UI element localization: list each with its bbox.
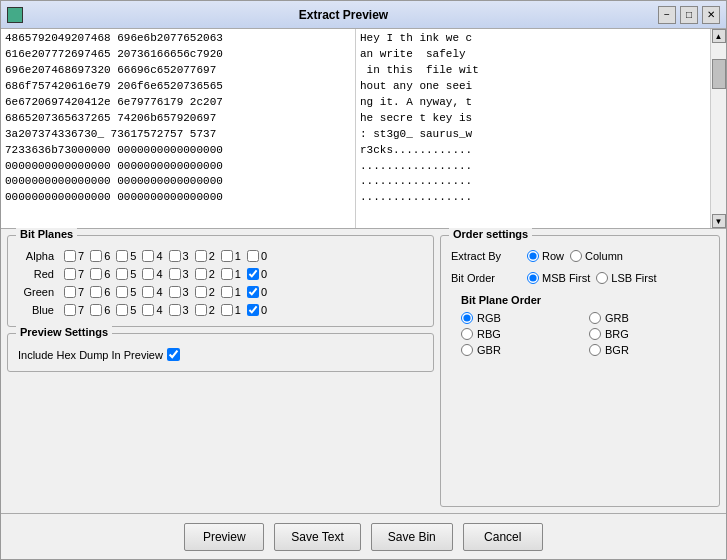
left-panel: Bit Planes Alpha 7 6 5 4 3 2 1 0 Red 7 <box>7 235 434 507</box>
red-bit0-checkbox[interactable] <box>247 268 259 280</box>
alpha-bit6-checkbox[interactable] <box>90 250 102 262</box>
blue-bit0-checkbox[interactable] <box>247 304 259 316</box>
gbr-radio[interactable] <box>461 344 473 356</box>
right-panel: Order settings Extract By Row Column Bi <box>440 235 720 507</box>
brg-option: BRG <box>589 328 709 340</box>
bit-plane-order-title: Bit Plane Order <box>461 294 709 306</box>
preview-settings-title: Preview Settings <box>16 326 112 338</box>
scroll-up-arrow[interactable]: ▲ <box>712 29 726 43</box>
alpha-bit7-checkbox[interactable] <box>64 250 76 262</box>
green-bit4-checkbox[interactable] <box>142 286 154 298</box>
extract-by-label: Extract By <box>451 250 521 262</box>
red-bit6: 6 <box>86 268 110 280</box>
blue-bit7-checkbox[interactable] <box>64 304 76 316</box>
grb-option: GRB <box>589 312 709 324</box>
msb-first-label: MSB First <box>542 272 590 284</box>
include-hex-checkbox[interactable] <box>167 348 180 361</box>
blue-bit6-checkbox[interactable] <box>90 304 102 316</box>
alpha-bit1-checkbox[interactable] <box>221 250 233 262</box>
alpha-label: Alpha <box>18 250 54 262</box>
save-text-button[interactable]: Save Text <box>274 523 360 551</box>
blue-bit2: 2 <box>191 304 215 316</box>
red-bit7: 7 <box>60 268 84 280</box>
grb-radio[interactable] <box>589 312 601 324</box>
bit-order-label: Bit Order <box>451 272 521 284</box>
red-bit6-checkbox[interactable] <box>90 268 102 280</box>
maximize-button[interactable]: □ <box>680 6 698 24</box>
order-settings-title: Order settings <box>449 228 532 240</box>
brg-label: BRG <box>605 328 629 340</box>
blue-bit4: 4 <box>138 304 162 316</box>
alpha-bit6: 6 <box>86 250 110 262</box>
preview-button[interactable]: Preview <box>184 523 264 551</box>
alpha-bit2-checkbox[interactable] <box>195 250 207 262</box>
red-bit1: 1 <box>217 268 241 280</box>
green-bit3-checkbox[interactable] <box>169 286 181 298</box>
red-bit1-checkbox[interactable] <box>221 268 233 280</box>
blue-label: Blue <box>18 304 54 316</box>
preview-scrollbar[interactable]: ▲ ▼ <box>710 29 726 228</box>
blue-bit1-checkbox[interactable] <box>221 304 233 316</box>
minimize-button[interactable]: − <box>658 6 676 24</box>
rbg-radio[interactable] <box>461 328 473 340</box>
green-bit6-checkbox[interactable] <box>90 286 102 298</box>
rgb-radio[interactable] <box>461 312 473 324</box>
blue-bit7: 7 <box>60 304 84 316</box>
preview-settings-group: Preview Settings Include Hex Dump In Pre… <box>7 333 434 372</box>
bit-planes-group: Bit Planes Alpha 7 6 5 4 3 2 1 0 Red 7 <box>7 235 434 327</box>
green-bit5: 5 <box>112 286 136 298</box>
green-bit2-checkbox[interactable] <box>195 286 207 298</box>
green-label: Green <box>18 286 54 298</box>
bit-planes-title: Bit Planes <box>16 228 77 240</box>
green-bit0: 0 <box>243 286 267 298</box>
column-label: Column <box>585 250 623 262</box>
alpha-bit3: 3 <box>165 250 189 262</box>
green-bit2: 2 <box>191 286 215 298</box>
row-radio[interactable] <box>527 250 539 262</box>
green-bit1-checkbox[interactable] <box>221 286 233 298</box>
bgr-label: BGR <box>605 344 629 356</box>
red-bit5-checkbox[interactable] <box>116 268 128 280</box>
green-bit0-checkbox[interactable] <box>247 286 259 298</box>
msb-first-radio[interactable] <box>527 272 539 284</box>
lsb-first-label: LSB First <box>611 272 656 284</box>
gbr-label: GBR <box>477 344 501 356</box>
preview-area: 4865792049207468 696e6b2077652063 616e20… <box>1 29 726 229</box>
alpha-bit4-checkbox[interactable] <box>142 250 154 262</box>
brg-radio[interactable] <box>589 328 601 340</box>
blue-bit3-checkbox[interactable] <box>169 304 181 316</box>
save-bin-button[interactable]: Save Bin <box>371 523 453 551</box>
green-row: Green 7 6 5 4 3 2 1 0 <box>18 286 423 298</box>
red-bit4-checkbox[interactable] <box>142 268 154 280</box>
alpha-bit0-checkbox[interactable] <box>247 250 259 262</box>
red-bit3-checkbox[interactable] <box>169 268 181 280</box>
extract-by-row-option: Row <box>527 250 564 262</box>
green-bit7-checkbox[interactable] <box>64 286 76 298</box>
alpha-bit2: 2 <box>191 250 215 262</box>
window-title: Extract Preview <box>29 8 658 22</box>
green-bit5-checkbox[interactable] <box>116 286 128 298</box>
bit-order-row: Bit Order MSB First LSB First <box>451 272 709 284</box>
red-bit4: 4 <box>138 268 162 280</box>
bottom-bar: Preview Save Text Save Bin Cancel <box>1 513 726 559</box>
bgr-radio[interactable] <box>589 344 601 356</box>
scroll-thumb[interactable] <box>712 59 726 89</box>
blue-bit6: 6 <box>86 304 110 316</box>
title-bar: Extract Preview − □ ✕ <box>1 1 726 29</box>
lsb-first-radio[interactable] <box>596 272 608 284</box>
blue-bit2-checkbox[interactable] <box>195 304 207 316</box>
alpha-bit0: 0 <box>243 250 267 262</box>
red-bit7-checkbox[interactable] <box>64 268 76 280</box>
text-preview: Hey I th ink we c an write safely in thi… <box>356 29 710 228</box>
blue-bit5-checkbox[interactable] <box>116 304 128 316</box>
alpha-bit3-checkbox[interactable] <box>169 250 181 262</box>
cancel-button[interactable]: Cancel <box>463 523 543 551</box>
alpha-bit5-checkbox[interactable] <box>116 250 128 262</box>
red-row: Red 7 6 5 4 3 2 1 0 <box>18 268 423 280</box>
rgb-label: RGB <box>477 312 501 324</box>
red-bit2-checkbox[interactable] <box>195 268 207 280</box>
close-button[interactable]: ✕ <box>702 6 720 24</box>
scroll-down-arrow[interactable]: ▼ <box>712 214 726 228</box>
column-radio[interactable] <box>570 250 582 262</box>
blue-bit4-checkbox[interactable] <box>142 304 154 316</box>
